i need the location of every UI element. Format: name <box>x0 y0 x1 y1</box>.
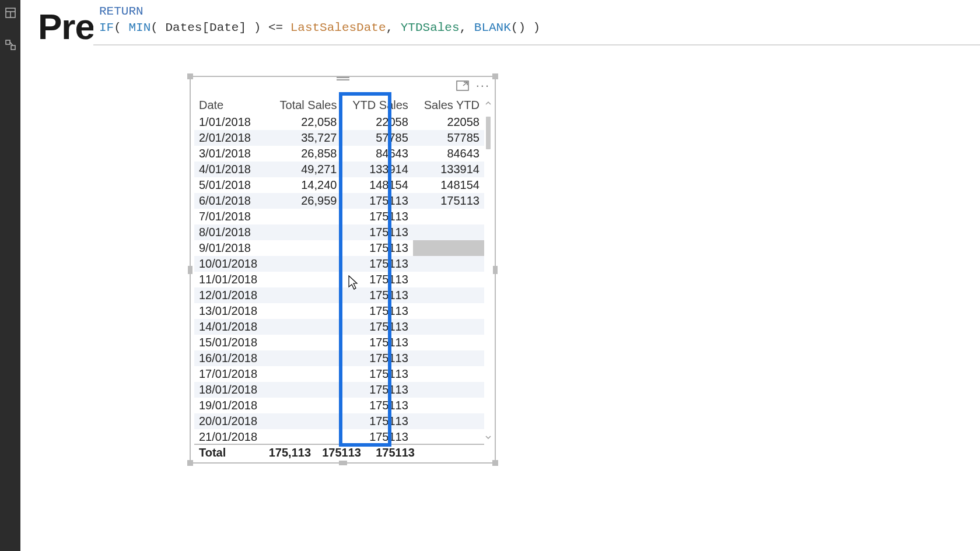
table-body[interactable]: Date Total Sales YTD Sales Sales YTD 1/0… <box>194 96 484 444</box>
resize-handle-tr[interactable] <box>492 73 498 79</box>
cell-date[interactable]: 7/01/2018 <box>194 209 268 224</box>
cell-sales-ytd[interactable]: 57785 <box>413 130 484 146</box>
cell-ytd-sales[interactable]: 84643 <box>341 146 412 162</box>
cell-ytd-sales[interactable]: 175113 <box>341 256 412 272</box>
cell-date[interactable]: 6/01/2018 <box>194 193 268 209</box>
table-row[interactable]: 15/01/2018175113 <box>194 335 484 350</box>
cell-sales-ytd[interactable] <box>413 429 484 444</box>
cell-sales-ytd[interactable] <box>413 287 484 303</box>
cell-sales-ytd[interactable] <box>413 240 484 256</box>
cell-total-sales[interactable] <box>268 335 341 350</box>
cell-total-sales[interactable] <box>268 382 341 398</box>
cell-ytd-sales[interactable]: 175113 <box>341 240 412 256</box>
scroll-up-icon[interactable] <box>484 99 492 107</box>
table-row[interactable]: 10/01/2018175113 <box>194 256 484 272</box>
focus-mode-icon[interactable] <box>456 80 469 91</box>
cell-date[interactable]: 1/01/2018 <box>194 114 268 130</box>
cell-total-sales[interactable] <box>268 398 341 413</box>
vertical-scrollbar[interactable] <box>484 99 492 441</box>
cell-total-sales[interactable] <box>268 224 341 240</box>
table-row[interactable]: 20/01/2018175113 <box>194 413 484 429</box>
resize-handle-br[interactable] <box>492 460 498 466</box>
table-row[interactable]: 1/01/201822,0582205822058 <box>194 114 484 130</box>
cell-ytd-sales[interactable]: 175113 <box>341 287 412 303</box>
cell-ytd-sales[interactable]: 175113 <box>341 429 412 444</box>
col-header-ytd-sales[interactable]: YTD Sales <box>341 96 412 114</box>
cell-ytd-sales[interactable]: 175113 <box>341 272 412 287</box>
cell-date[interactable]: 20/01/2018 <box>194 413 268 429</box>
table-row[interactable]: 12/01/2018175113 <box>194 287 484 303</box>
cell-sales-ytd[interactable] <box>413 272 484 287</box>
cell-total-sales[interactable] <box>268 240 341 256</box>
table-row[interactable]: 17/01/2018175113 <box>194 366 484 382</box>
table-row[interactable]: 13/01/2018175113 <box>194 303 484 319</box>
cell-ytd-sales[interactable]: 175113 <box>341 413 412 429</box>
cell-total-sales[interactable] <box>268 303 341 319</box>
cell-sales-ytd[interactable]: 175113 <box>413 193 484 209</box>
cell-total-sales[interactable] <box>268 413 341 429</box>
cell-total-sales[interactable] <box>268 256 341 272</box>
cell-sales-ytd[interactable] <box>413 382 484 398</box>
cell-sales-ytd[interactable]: 148154 <box>413 177 484 193</box>
cell-date[interactable]: 11/01/2018 <box>194 272 268 287</box>
cell-ytd-sales[interactable]: 133914 <box>341 162 412 177</box>
table-row[interactable]: 7/01/2018175113 <box>194 209 484 224</box>
scroll-thumb[interactable] <box>486 117 491 149</box>
col-header-total-sales[interactable]: Total Sales <box>268 96 341 114</box>
cell-sales-ytd[interactable] <box>413 413 484 429</box>
table-row[interactable]: 16/01/2018175113 <box>194 350 484 366</box>
cell-sales-ytd[interactable] <box>413 350 484 366</box>
cell-date[interactable]: 4/01/2018 <box>194 162 268 177</box>
resize-handle-tl[interactable] <box>187 73 193 79</box>
scroll-down-icon[interactable] <box>484 433 492 441</box>
col-header-sales-ytd[interactable]: Sales YTD <box>413 96 484 114</box>
table-row[interactable]: 6/01/201826,959175113175113 <box>194 193 484 209</box>
more-options-icon[interactable]: ··· <box>476 83 490 89</box>
scroll-track[interactable] <box>487 108 490 432</box>
cell-date[interactable]: 16/01/2018 <box>194 350 268 366</box>
cell-ytd-sales[interactable]: 148154 <box>341 177 412 193</box>
cell-total-sales[interactable]: 35,727 <box>268 130 341 146</box>
cell-date[interactable]: 8/01/2018 <box>194 224 268 240</box>
table-row[interactable]: 9/01/2018175113 <box>194 240 484 256</box>
drag-handle-icon[interactable] <box>334 76 352 82</box>
formula-bar[interactable]: RETURN IF( MIN( Dates[Date] ) <= LastSal… <box>93 0 980 45</box>
cell-date[interactable]: 18/01/2018 <box>194 382 268 398</box>
table-row[interactable]: 14/01/2018175113 <box>194 319 484 335</box>
cell-ytd-sales[interactable]: 175113 <box>341 398 412 413</box>
table-row[interactable]: 4/01/201849,271133914133914 <box>194 162 484 177</box>
cell-ytd-sales[interactable]: 175113 <box>341 193 412 209</box>
model-view-icon[interactable] <box>0 34 20 55</box>
cell-ytd-sales[interactable]: 175113 <box>341 209 412 224</box>
cell-total-sales[interactable] <box>268 319 341 335</box>
table-row[interactable]: 11/01/2018175113 <box>194 272 484 287</box>
cell-ytd-sales[interactable]: 175113 <box>341 303 412 319</box>
cell-total-sales[interactable] <box>268 366 341 382</box>
cell-sales-ytd[interactable] <box>413 224 484 240</box>
cell-total-sales[interactable] <box>268 429 341 444</box>
resize-handle-bottom[interactable] <box>339 461 347 465</box>
table-row[interactable]: 8/01/2018175113 <box>194 224 484 240</box>
cell-date[interactable]: 17/01/2018 <box>194 366 268 382</box>
cell-sales-ytd[interactable] <box>413 366 484 382</box>
cell-ytd-sales[interactable]: 57785 <box>341 130 412 146</box>
cell-date[interactable]: 21/01/2018 <box>194 429 268 444</box>
resize-handle-left[interactable] <box>188 266 192 274</box>
col-header-date[interactable]: Date <box>194 96 268 114</box>
cell-sales-ytd[interactable]: 22058 <box>413 114 484 130</box>
cell-ytd-sales[interactable]: 175113 <box>341 350 412 366</box>
cell-total-sales[interactable]: 14,240 <box>268 177 341 193</box>
cell-sales-ytd[interactable] <box>413 335 484 350</box>
cell-total-sales[interactable] <box>268 350 341 366</box>
cell-sales-ytd[interactable] <box>413 319 484 335</box>
cell-sales-ytd[interactable] <box>413 209 484 224</box>
cell-total-sales[interactable]: 49,271 <box>268 162 341 177</box>
cell-date[interactable]: 12/01/2018 <box>194 287 268 303</box>
cell-ytd-sales[interactable]: 175113 <box>341 335 412 350</box>
table-row[interactable]: 2/01/201835,7275778557785 <box>194 130 484 146</box>
cell-total-sales[interactable]: 26,858 <box>268 146 341 162</box>
cell-date[interactable]: 10/01/2018 <box>194 256 268 272</box>
cell-sales-ytd[interactable]: 84643 <box>413 146 484 162</box>
cell-date[interactable]: 15/01/2018 <box>194 335 268 350</box>
cell-sales-ytd[interactable] <box>413 398 484 413</box>
